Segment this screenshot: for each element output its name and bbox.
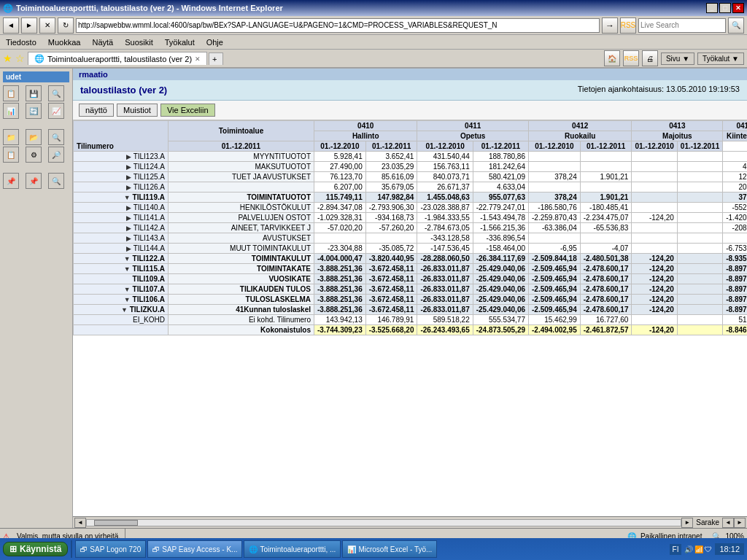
page-menu-button[interactable]: Sivu ▼ xyxy=(661,52,694,65)
period-opetus-2: 01.-12.2010 xyxy=(417,141,473,152)
table-row: ▶ TILI140.AHENKILÖSTÖKULUT-2.894.347,08-… xyxy=(74,203,748,213)
sidebar-btn-14[interactable]: 📌 xyxy=(26,173,42,189)
expand-icon[interactable]: ▶ xyxy=(126,163,131,171)
expand-icon[interactable]: ▶ xyxy=(126,214,131,222)
search-input[interactable] xyxy=(638,18,726,33)
stop-button[interactable]: ✕ xyxy=(39,18,55,34)
table-row: ▶ TILI124.AMAKSUTUOTOT27.490,0023.035,29… xyxy=(74,162,748,172)
refresh-button[interactable]: ↻ xyxy=(58,18,74,34)
cell-value: -2.234.475,07 xyxy=(580,213,632,223)
collapse-icon[interactable]: ▼ xyxy=(124,286,131,293)
collapse-icon[interactable]: ▼ xyxy=(121,306,128,314)
menu-muokkaa[interactable]: Muokkaa xyxy=(45,36,84,48)
sidebar-btn-1[interactable]: 📋 xyxy=(3,85,19,101)
sidebar-btn-8[interactable]: 📂 xyxy=(26,129,42,145)
menu-tyokalut[interactable]: Työkalut xyxy=(162,36,198,48)
menu-suosikit[interactable]: Suosikit xyxy=(122,36,156,48)
cell-value: -1.984.333,55 xyxy=(417,213,473,223)
naytto-button[interactable]: näyttö xyxy=(79,104,114,117)
scroll-col-left[interactable]: ◄ xyxy=(722,518,734,528)
taskbar-excel[interactable]: 📊 Microsoft Excel - Työ... xyxy=(342,540,437,558)
rss-icon[interactable]: RSS xyxy=(620,18,636,34)
sidebar-btn-6[interactable]: 📈 xyxy=(48,103,64,119)
new-tab-button[interactable]: + xyxy=(209,52,223,65)
expand-icon[interactable]: ▶ xyxy=(126,153,131,160)
cell-tilinumero: ▼ TILI106.A xyxy=(74,295,169,305)
back-button[interactable]: ◄ xyxy=(3,18,19,34)
tools-menu-button[interactable]: Työkalut ▼ xyxy=(697,52,744,65)
scroll-left-button[interactable]: ◄ xyxy=(74,518,86,528)
sidebar-btn-4[interactable]: 📊 xyxy=(3,103,19,119)
cell-value xyxy=(632,162,677,172)
add-favorite-icon[interactable]: ☆ xyxy=(15,52,25,64)
forward-button[interactable]: ► xyxy=(21,18,37,34)
home-button[interactable]: 🏠 xyxy=(604,50,620,66)
collapse-icon[interactable]: ▼ xyxy=(124,296,131,303)
cell-value: -1.420.942, xyxy=(723,213,747,223)
close-button[interactable]: ✕ xyxy=(732,3,744,13)
collapse-icon[interactable]: ▼ xyxy=(124,265,131,273)
muistiot-button[interactable]: Muistiot xyxy=(117,104,158,117)
table-row: EI_KOHDEi kohd. Tilinumero143.942,13146.… xyxy=(74,315,748,325)
scroll-thumb[interactable] xyxy=(94,520,138,526)
expand-icon[interactable]: ▶ xyxy=(126,235,131,242)
vie-exceliin-button[interactable]: Vie Exceliin xyxy=(160,104,215,117)
horizontal-scrollbar[interactable]: ◄ ► Sarake ◄ ► xyxy=(73,516,747,528)
menu-nayta[interactable]: Näytä xyxy=(89,36,116,48)
expand-icon[interactable]: ▶ xyxy=(126,204,131,211)
sidebar-btn-12[interactable]: 🔎 xyxy=(48,147,64,163)
ie-icon: 🌐 xyxy=(3,4,13,13)
sidebar-btn-3[interactable]: 🔍 xyxy=(48,85,64,101)
cell-value: -147.536,45 xyxy=(417,244,473,254)
minimize-button[interactable]: _ xyxy=(706,3,718,13)
cell-value xyxy=(632,315,677,325)
sidebar-btn-15[interactable]: 🔍 xyxy=(48,173,64,189)
scroll-right-button[interactable]: ► xyxy=(681,518,693,528)
expand-icon[interactable]: ▶ xyxy=(126,225,131,232)
sidebar-btn-7[interactable]: 📁 xyxy=(3,129,19,145)
tab-label: Toimintoalueraporttti, taloustilasto (ve… xyxy=(47,55,192,63)
collapse-icon[interactable]: ▼ xyxy=(124,255,131,262)
sidebar-btn-9[interactable]: 🔍 xyxy=(48,129,64,145)
scroll-track[interactable] xyxy=(86,519,681,526)
address-input[interactable] xyxy=(76,18,600,33)
cell-value: -1.543.494,78 xyxy=(473,213,528,223)
taskbar-sap-easy-access[interactable]: 🗗 SAP Easy Access - K... xyxy=(147,540,242,558)
sidebar-btn-13[interactable]: 📌 xyxy=(3,173,19,189)
cell-value: 23.035,29 xyxy=(365,162,417,172)
print-button[interactable]: 🖨 xyxy=(642,50,658,66)
sidebar-btn-11[interactable]: ⚙ xyxy=(26,147,42,163)
scroll-col-right[interactable]: ► xyxy=(734,518,746,528)
cell-value xyxy=(677,274,722,284)
menu-tiedosto[interactable]: Tiedosto xyxy=(3,36,39,48)
data-table-wrapper[interactable]: Tilinumero Toimintoalue 0410 0411 0412 0… xyxy=(73,120,747,516)
rss-feed-button[interactable]: RSS xyxy=(623,50,639,66)
col-sublabel-majoitus: Majoitus xyxy=(632,131,723,141)
go-button[interactable]: → xyxy=(602,18,618,34)
collapse-icon[interactable]: ▼ xyxy=(124,194,131,201)
start-button[interactable]: ⊞ Käynnistä xyxy=(3,542,68,556)
col-header-0411: 0411 xyxy=(417,121,529,131)
taskbar-sap-logon[interactable]: 🗗 SAP Logon 720 xyxy=(75,540,146,558)
menu-ohje[interactable]: Ohje xyxy=(204,36,226,48)
cell-value xyxy=(677,223,722,233)
search-button[interactable]: 🔍 xyxy=(728,18,744,34)
expand-icon[interactable]: ▶ xyxy=(126,184,131,191)
sidebar-btn-2[interactable]: 💾 xyxy=(26,85,42,101)
cell-value: 51.195, xyxy=(723,315,747,325)
cell-value: -3.888.251,36 xyxy=(314,274,366,284)
cell-value: 3.652,41 xyxy=(365,152,417,162)
cell-value: -2.509.844,18 xyxy=(529,254,581,264)
taskbar-toiminto-label: Toimintoalueraporttti, ... xyxy=(260,545,336,553)
taskbar-toiminto[interactable]: 🌐 Toimintoalueraporttti, ... xyxy=(244,540,341,558)
restore-button[interactable]: □ xyxy=(719,3,731,13)
expand-icon[interactable]: ▶ xyxy=(126,245,131,252)
browser-tab[interactable]: 🌐 Toimintoalueraporttti, taloustilasto (… xyxy=(28,52,207,65)
sidebar-btn-5[interactable]: 🔄 xyxy=(26,103,42,119)
tab-close-button[interactable]: ✕ xyxy=(195,55,201,63)
expand-icon[interactable]: ▶ xyxy=(126,174,131,181)
sidebar-btn-10[interactable]: 📋 xyxy=(3,147,19,163)
cell-value xyxy=(677,192,722,203)
period-ruokailu-2: 01.-12.2010 xyxy=(529,141,581,152)
cell-value: -24.873.505,29 xyxy=(473,325,528,335)
